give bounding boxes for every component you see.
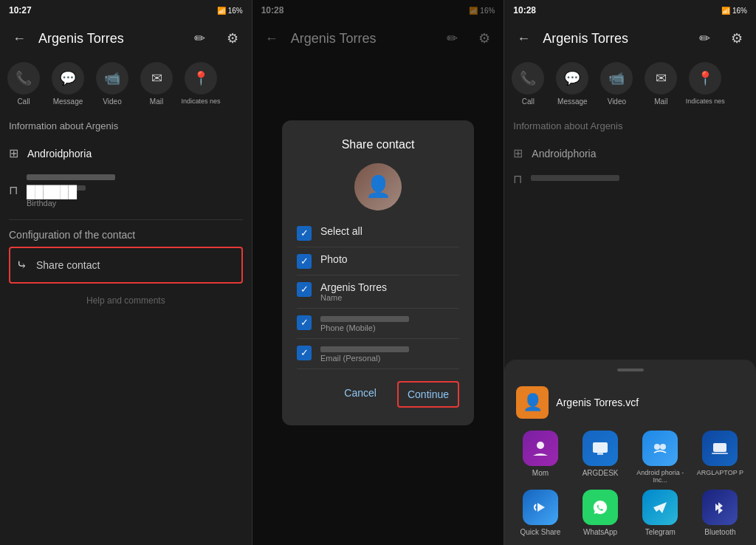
settings-button-1[interactable]: ⚙ [219, 25, 246, 52]
check-photo[interactable]: ✓ [297, 254, 312, 269]
app-mom[interactable]: Mom [513, 431, 567, 484]
panel-2: 10:28 📶 16% ← Argenis Torres ✏ ⚙ Share c… [252, 0, 504, 545]
continue-button[interactable]: Continue [397, 381, 459, 408]
svg-point-3 [654, 444, 660, 450]
video-button-1[interactable]: 📹 Video [92, 62, 133, 106]
mom-icon [523, 431, 558, 466]
message-label-3: Message [557, 97, 588, 106]
help-text-1: Help and comments [9, 287, 243, 315]
company-icon-3: ⊞ [513, 146, 523, 160]
checkbox-name[interactable]: ✓ Argenis Torres Name [297, 275, 459, 309]
settings-button-3[interactable]: ⚙ [724, 25, 750, 52]
app-whatsapp[interactable]: WhatsApp [574, 490, 628, 536]
sheet-handle [617, 369, 644, 371]
whatsapp-label: WhatsApp [583, 528, 617, 536]
app-telegram[interactable]: Telegram [633, 490, 687, 536]
divider-1 [9, 219, 243, 220]
quickshare-icon [523, 490, 558, 525]
svg-rect-6 [712, 453, 728, 454]
mail-button-3[interactable]: ✉ Mail [640, 62, 681, 106]
check-name[interactable]: ✓ [297, 282, 312, 297]
name-sub: Name [320, 293, 387, 302]
mom-label: Mom [532, 469, 549, 477]
call-icon-1: 📞 [7, 62, 40, 95]
phone-blurred: ████████████ [320, 316, 409, 322]
birthday-label-1: Birthday [27, 199, 115, 208]
checkbox-phone[interactable]: ✓ ████████████ Phone (Mobile) [297, 309, 459, 339]
company-name-1: Androidphoria [27, 148, 92, 160]
phone-sub: Phone (Mobile) [320, 323, 409, 332]
indicates-button-3[interactable]: 📍 Indicates nes [684, 62, 726, 106]
birthday-icon-3: ⊓ [513, 172, 522, 186]
contact-avatar: 👤 [354, 163, 402, 210]
share-label-1: Share contact [36, 259, 100, 271]
call-label-1: Call [17, 97, 30, 106]
checkbox-photo[interactable]: ✓ Photo [297, 247, 459, 275]
app-bluetooth[interactable]: Bluetooth [693, 490, 747, 536]
bluetooth-label: Bluetooth [704, 528, 735, 536]
telegram-icon [642, 490, 678, 525]
panel-3: 10:28 📶 16% ← Argenis Torres ✏ ⚙ 📞 Call … [504, 0, 756, 545]
indicates-icon-3: 📍 [689, 62, 721, 95]
call-button-1[interactable]: 📞 Call [3, 62, 44, 106]
mail-button-1[interactable]: ✉ Mail [136, 62, 177, 106]
battery-text-3: 16% [732, 7, 747, 15]
status-bar-3: 10:28 📶 16% [504, 0, 756, 21]
check-select-all[interactable]: ✓ [297, 226, 312, 241]
edit-button-3[interactable]: ✏ [691, 25, 718, 52]
company-name-3: Androidphoria [532, 148, 596, 160]
share-contact-modal: Share contact 👤 ✓ Select all ✓ Photo ✓ A… [282, 120, 474, 425]
app-quickshare[interactable]: Quick Share [513, 490, 567, 536]
checkbox-select-all[interactable]: ✓ Select all [297, 219, 459, 247]
top-bar-3: ← Argenis Torres ✏ ⚙ [504, 21, 756, 56]
mail-icon-3: ✉ [645, 62, 677, 95]
modal-actions: Cancel Continue [297, 381, 459, 408]
indicates-label-3: Indicates nes [685, 97, 725, 105]
birthday-blurred2-1: ██████ [27, 185, 86, 191]
cancel-button[interactable]: Cancel [335, 381, 385, 408]
contact-title-3: Argenis Torres [543, 31, 685, 47]
email-sub: Email (Personal) [320, 354, 409, 363]
name-value: Argenis Torres [320, 281, 387, 293]
back-button-3[interactable]: ← [510, 25, 537, 52]
svg-rect-1 [593, 442, 608, 453]
indicates-button-1[interactable]: 📍 Indicates nes [180, 62, 221, 106]
call-button-3[interactable]: 📞 Call [507, 62, 549, 106]
call-label-3: Call [522, 97, 535, 106]
argdesk-label: ARGDESK [583, 469, 619, 477]
svg-point-4 [660, 444, 666, 450]
company-icon-1: ⊞ [9, 146, 18, 160]
telegram-label: Telegram [645, 528, 676, 536]
action-row-1: 📞 Call 💬 Message 📹 Video ✉ Mail 📍 Indica… [0, 56, 252, 112]
app-argdesk[interactable]: ARGDESK [574, 431, 628, 484]
check-phone[interactable]: ✓ [297, 315, 312, 330]
app-androidphoria[interactable]: Android phoria - Inc... [633, 431, 687, 484]
message-button-1[interactable]: 💬 Message [47, 62, 89, 106]
back-button-1[interactable]: ← [6, 25, 32, 52]
email-blurred: ████████████ [320, 346, 409, 352]
share-sheet: 👤 Argenis Torres.vcf Mom ARGDESK [504, 360, 756, 545]
svg-rect-5 [713, 443, 726, 452]
battery-3: 📶 16% [721, 7, 747, 15]
quickshare-label: Quick Share [520, 528, 560, 536]
company-item-3: ⊞ Androidphoria [513, 140, 747, 166]
share-contact-button-1[interactable]: ⤷ Share contact [9, 247, 243, 284]
arglaptop-label: ARGLAPTOP P [697, 469, 743, 476]
apps-grid: Mom ARGDESK Android phoria - Inc... ARGL… [513, 431, 747, 536]
arglaptop-icon [702, 431, 738, 466]
video-icon-1: 📹 [96, 62, 128, 95]
argdesk-icon [583, 431, 618, 466]
birthday-blurred-3: ████████████ [531, 175, 619, 181]
check-email[interactable]: ✓ [297, 346, 312, 360]
info-title-3: Information about Argenis [513, 120, 747, 131]
panel-1: 10:27 📶 16% ← Argenis Torres ✏ ⚙ 📞 Call … [0, 0, 252, 545]
edit-button-1[interactable]: ✏ [187, 25, 213, 52]
message-icon-1: 💬 [52, 62, 84, 95]
message-button-3[interactable]: 💬 Message [551, 62, 593, 106]
checkbox-email[interactable]: ✓ ████████████ Email (Personal) [297, 339, 459, 369]
message-label-1: Message [53, 97, 83, 106]
indicates-icon-1: 📍 [185, 62, 217, 95]
video-button-3[interactable]: 📹 Video [596, 62, 637, 106]
app-arglaptop[interactable]: ARGLAPTOP P [693, 431, 747, 484]
file-name: Argenis Torres.vcf [556, 397, 639, 408]
